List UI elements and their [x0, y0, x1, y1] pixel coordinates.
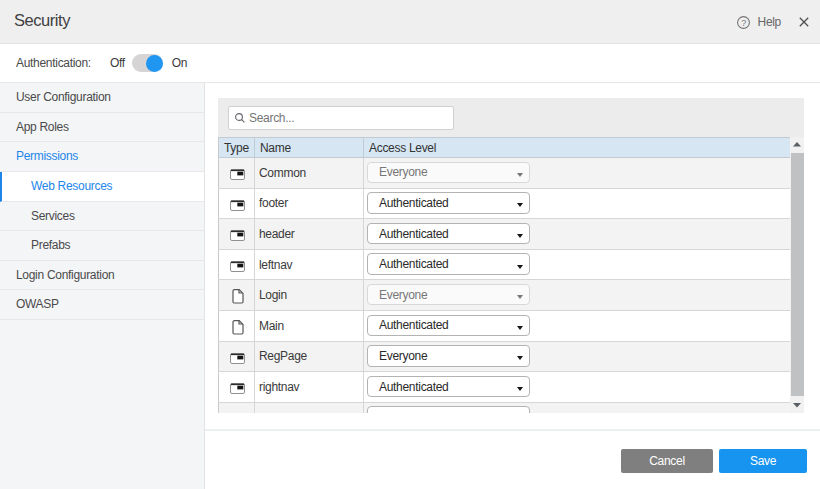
svg-text:?: ? — [741, 18, 746, 28]
